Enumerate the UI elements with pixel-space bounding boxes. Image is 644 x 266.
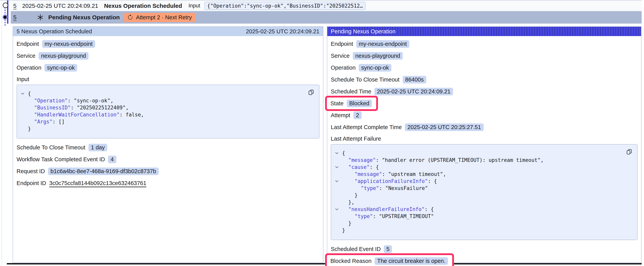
code-text: }, [342, 199, 354, 206]
code-line: "nexusHandlerFailureInfo": { [334, 206, 633, 213]
json-key: "HandlerWaitForCancellation" [34, 112, 120, 118]
field-value-badge: 1 day [88, 144, 108, 151]
code-text: { [342, 150, 345, 157]
chevron-spacer [334, 199, 342, 206]
field-row-schedule-to-close-timeout: Schedule To Close Timeout1 day [16, 144, 107, 151]
field-label: Endpoint [331, 41, 353, 47]
json-key: "cause" [348, 164, 370, 170]
code-line: "applicationFailureInfo": { [334, 178, 633, 185]
code-text: "type": "UPSTREAM_TIMEOUT" [342, 213, 434, 220]
field-list: Scheduled Event ID5Blocked ReasonThe cir… [327, 240, 641, 265]
field-label: Attempt [331, 112, 350, 119]
workflow-event-history: 5 2025-02-25 UTC 20:24:09.21 Nexus Opera… [0, 0, 644, 266]
json-code: {"Operation": "sync-op-ok","BusinessID":… [20, 90, 315, 132]
code-text: "HandlerWaitForCancellation": false, [28, 111, 144, 118]
code-line: "cause": { [334, 164, 633, 171]
event-rows: 5 2025-02-25 UTC 20:24:09.21 Nexus Opera… [11, 1, 642, 24]
chevron-spacer [20, 104, 28, 111]
event-title: Nexus Operation Scheduled [104, 3, 182, 9]
event-summary-value-chip: {"Operation":"sync-op-ok","BusinessID":"… [204, 2, 366, 10]
copy-icon[interactable] [626, 149, 632, 155]
event-summary-label: Input [188, 3, 200, 9]
field-label: Schedule To Close Timeout [331, 76, 400, 83]
event-id-link[interactable]: 5 [13, 3, 16, 9]
field-label: Workflow Task Completed Event ID [16, 156, 105, 163]
panel-title: Pending Nexus Operation [331, 28, 396, 35]
field-row-attempt: Attempt2 [331, 111, 362, 119]
chevron-spacer [20, 118, 28, 125]
highlight-annotation-box: StateBlocked [325, 96, 378, 111]
field-row-endpoint: Endpointmy-nexus-endpoint [331, 40, 409, 48]
collapse-chevron-icon[interactable] [20, 90, 28, 97]
field-list: Endpointmy-nexus-endpointServicenexus-pl… [327, 36, 641, 131]
field-label: Operation [16, 65, 41, 71]
code-line: "type": "UPSTREAM_TIMEOUT" [334, 213, 633, 220]
json-key: "type" [354, 213, 373, 219]
code-line: "BusinessID": "20250225122409", [20, 104, 315, 111]
field-value-badge: Blocked [347, 100, 372, 107]
chevron-spacer [334, 220, 342, 227]
timeline-filled-dot-icon [2, 15, 8, 20]
field-value-badge: The circuit breaker is open. [375, 257, 448, 265]
code-line: } [334, 220, 633, 227]
field-list: Endpointmy-nexus-endpointServicenexus-pl… [13, 36, 323, 72]
timeline-gutter-divider [2, 0, 2, 266]
collapse-chevron-icon[interactable] [334, 178, 342, 185]
timeline-open-dot-icon [3, 3, 8, 8]
field-label: Scheduled Event ID [331, 246, 381, 252]
field-row-operation: Operationsync-op-ok [16, 64, 77, 72]
copy-icon[interactable] [308, 89, 314, 95]
code-text: "nexusHandlerFailureInfo": { [342, 206, 434, 213]
json-key: "type" [361, 185, 379, 191]
field-value-link[interactable]: 3c0c75ccfa8144b092c13ce632463761 [49, 180, 146, 186]
field-row-workflow-task-completed-event-id: Workflow Task Completed Event ID4 [16, 155, 116, 163]
code-text: "message": "handler error (UPSTREAM_TIME… [342, 157, 544, 164]
failure-section-label: Last Attempt Failure [331, 135, 638, 142]
field-label: Schedule To Close Timeout [16, 144, 85, 151]
collapse-chevron-icon[interactable] [334, 164, 342, 171]
chevron-spacer [334, 213, 342, 220]
json-code: {"message": "handler error (UPSTREAM_TIM… [334, 150, 633, 234]
field-row-service: Servicenexus-playground [16, 52, 88, 60]
event-row-pending[interactable]: 5 Pending Nexus Operation Attempt 2 · Ne… [11, 11, 642, 24]
code-line: "type": "NexusFailure" [334, 185, 633, 192]
code-line: } [334, 192, 633, 199]
event-row-scheduled[interactable]: 5 2025-02-25 UTC 20:24:09.21 Nexus Opera… [11, 1, 642, 11]
json-key: "nexusHandlerFailureInfo" [348, 206, 424, 212]
code-text: "cause": { [342, 164, 379, 171]
field-label: Request ID [16, 168, 45, 174]
code-text: "Operation": "sync-op-ok", [28, 97, 114, 104]
field-value-badge: 86400s [403, 76, 426, 84]
field-row-scheduled-time: Scheduled Time2025-02-25 UTC 20:24:09.21 [331, 88, 453, 95]
code-text: { [28, 90, 31, 97]
field-row-last-attempt-complete-time: Last Attempt Complete Time2025-02-25 UTC… [331, 123, 484, 131]
collapse-chevron-icon[interactable] [334, 206, 342, 213]
code-line: "message": "handler error (UPSTREAM_TIME… [334, 157, 633, 164]
code-text: } [28, 125, 31, 132]
field-row-scheduled-event-id: Scheduled Event ID5 [331, 245, 392, 253]
field-value-badge: my-nexus-endpoint [356, 40, 410, 48]
field-value-badge: 2025-02-25 UTC 20:24:09.21 [374, 88, 453, 95]
field-label: Last Attempt Complete Time [331, 124, 402, 130]
input-section-label: Input [16, 76, 320, 83]
field-row-endpoint-id: Endpoint ID3c0c75ccfa8144b092c13ce632463… [16, 179, 146, 187]
event-time: 2025-02-25 UTC 20:24:09.21 [22, 3, 98, 9]
retry-badge-label: Attempt 2 · Next Retry [136, 14, 192, 21]
chevron-spacer [334, 192, 342, 199]
chevron-spacer [20, 111, 28, 118]
panel-title: 5 Nexus Operation Scheduled [16, 28, 92, 35]
field-list: Schedule To Close Timeout1 dayWorkflow T… [13, 138, 323, 187]
field-row-request-id: Request IDb1c6a4bc-8ee7-468a-9169-df3b02… [16, 167, 159, 175]
json-key: "Args" [34, 119, 52, 125]
pending-operation-panel-header: Pending Nexus Operation [327, 27, 641, 36]
collapse-chevron-icon[interactable] [334, 150, 342, 157]
pending-asterisk-icon [37, 14, 44, 21]
code-line: { [334, 150, 633, 157]
failure-json-viewer: {"message": "handler error (UPSTREAM_TIM… [331, 144, 638, 240]
event-id-link[interactable]: 5 [13, 14, 16, 21]
scheduled-event-panel: 5 Nexus Operation Scheduled 2025-02-25 U… [13, 26, 323, 263]
json-key: "Operation" [34, 98, 68, 104]
chevron-spacer [334, 171, 342, 178]
field-label: Service [331, 53, 350, 59]
highlight-annotation-box: Blocked ReasonThe circuit breaker is ope… [325, 253, 454, 266]
